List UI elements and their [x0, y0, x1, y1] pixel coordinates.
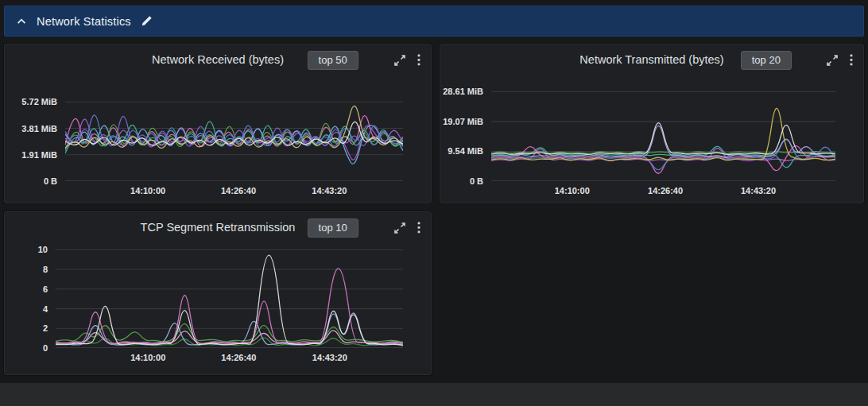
section-header-network-statistics[interactable]: Network Statistics	[4, 6, 864, 37]
chart-network-transmitted[interactable]: 0 B9.54 MiB19.07 MiB28.61 MiB 14:10:0014…	[440, 84, 863, 200]
x-axis-labels: 14:10:0014:26:4014:43:20	[65, 186, 403, 197]
top-n-selector[interactable]: top 10	[308, 218, 358, 238]
panel-network-received: Network Received (bytes) top 50 0 B1.91 …	[4, 44, 432, 203]
section-title: Network Statistics	[37, 15, 131, 28]
expand-icon[interactable]	[394, 222, 405, 234]
panel-tcp-retransmission: TCP Segment Retransmission top 10 024681…	[4, 211, 432, 375]
expand-icon[interactable]	[827, 55, 838, 66]
x-axis-labels: 14:10:0014:26:4014:43:20	[56, 353, 403, 364]
panel-title: Network Transmitted (bytes)	[579, 53, 723, 66]
kebab-menu-icon[interactable]	[850, 54, 853, 66]
panel-network-transmitted: Network Transmitted (bytes) top 20 0 B9.…	[440, 44, 864, 203]
chevron-up-icon[interactable]	[16, 17, 27, 25]
panel-title: TCP Segment Retransmission	[141, 221, 296, 234]
chart-network-received[interactable]: 0 B1.91 MiB3.81 MiB5.72 MiB 14:10:0014:2…	[5, 84, 431, 200]
y-axis-labels: 0246810	[5, 244, 52, 348]
chart-tcp-retransmission[interactable]: 0246810 14:10:0014:26:4014:43:20	[5, 244, 431, 367]
top-n-selector[interactable]: top 20	[741, 51, 792, 70]
panel-title: Network Received (bytes)	[152, 53, 284, 66]
plot-area[interactable]	[65, 84, 403, 181]
y-axis-labels: 0 B1.91 MiB3.81 MiB5.72 MiB	[5, 84, 62, 181]
y-axis-labels: 0 B9.54 MiB19.07 MiB28.61 MiB	[440, 84, 488, 181]
kebab-menu-icon[interactable]	[417, 54, 420, 66]
plot-area[interactable]	[491, 84, 835, 181]
expand-icon[interactable]	[394, 55, 405, 66]
top-n-selector[interactable]: top 50	[308, 51, 358, 70]
kebab-menu-icon[interactable]	[417, 222, 420, 234]
x-axis-labels: 14:10:0014:26:4014:43:20	[491, 186, 835, 197]
edit-pencil-icon[interactable]	[141, 15, 153, 27]
plot-area[interactable]	[56, 244, 403, 348]
